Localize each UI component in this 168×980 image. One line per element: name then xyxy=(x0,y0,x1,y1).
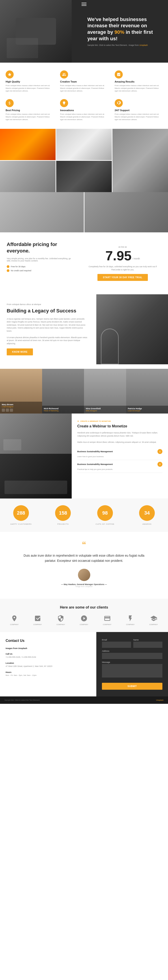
arch-decoration xyxy=(101,329,119,364)
stat-number-3: 98 xyxy=(102,510,108,516)
price-period: / month xyxy=(133,258,140,262)
pricing-left: Affordable pricing for everyone. Very si… xyxy=(7,241,75,273)
team-role-4: Lead Developer xyxy=(128,410,166,412)
feature-desc-3: Proin volutpat tellus massa a diam inter… xyxy=(115,84,162,92)
check-dot-1 xyxy=(7,265,10,268)
contact-title: Contact Us xyxy=(6,639,91,643)
testimonial-avatar xyxy=(78,569,90,581)
hero-caption-link[interactable]: Unsplash xyxy=(139,44,148,46)
accordion-body-1: Learn how to grow your business. xyxy=(77,455,162,458)
team-card-4: Patricia Hodge Lead Developer xyxy=(126,369,168,414)
stat-circle-1: 288 xyxy=(13,505,29,521)
name-label: Name xyxy=(133,639,162,641)
webinar-images xyxy=(0,414,72,498)
team-section: Mary Brown Lead Designer Nick Richmond H… xyxy=(0,369,168,414)
mosaic-office xyxy=(56,129,112,160)
contact-images-note: Images from Unsplash xyxy=(6,647,91,649)
form-field-address: Address xyxy=(102,650,162,659)
image-mosaic xyxy=(0,129,168,192)
client-icon-6 xyxy=(126,614,135,623)
contact-call: Call Us +1-206-555-0100, +1-206-555-0134 xyxy=(6,653,91,659)
price-desc: Completely free for 30 days, unlimited e… xyxy=(88,265,157,271)
feature-title-4: Best Pricing xyxy=(6,109,53,111)
feature-247-support: 24/7 Support Proin volutpat tellus massa… xyxy=(114,98,163,122)
pricing-check-1: Free for 30 days xyxy=(7,265,75,268)
feature-amazing-results: Amazing Results Proin volutpat tellus ma… xyxy=(114,69,163,94)
hero-section: We've helped businesses increase their r… xyxy=(0,0,168,63)
client-icon-1 xyxy=(10,614,19,623)
team-name-1: Mary Brown xyxy=(2,403,40,406)
webinar-desc: Hendrerit ante scelerisque in pellentesq… xyxy=(77,431,162,438)
form-row-email-name: Email Name xyxy=(102,639,162,650)
feature-title-2: Creative Team xyxy=(60,80,108,83)
client-logo-6: Company xyxy=(126,614,135,625)
linkedin-icon[interactable] xyxy=(10,409,13,412)
feature-high-quality: High Quality Proin volutpat tellus massa… xyxy=(5,69,54,94)
contact-location: Location 47 West 10th Street, Apartment … xyxy=(6,662,91,668)
footer-link[interactable]: Unsplash xyxy=(156,699,163,701)
webinar-img-bottom xyxy=(0,454,72,498)
email-input[interactable] xyxy=(102,642,131,648)
price-label: as low as xyxy=(88,246,157,248)
feature-desc-1: Proin volutpat tellus massa a diam inter… xyxy=(6,84,53,92)
client-icon-3 xyxy=(56,614,65,623)
client-name-1: Company xyxy=(10,624,19,625)
client-logo-7: Company xyxy=(149,614,158,625)
feature-desc-2: Proin volutpat tellus massa a diam inter… xyxy=(60,84,108,92)
pricing-cta-button[interactable]: Start your 30 day free trial xyxy=(98,274,147,281)
stat-circle-4: 34 xyxy=(139,505,155,521)
submit-button[interactable]: Submit xyxy=(102,683,162,690)
team-role-1: Lead Designer xyxy=(2,406,40,408)
message-textarea[interactable] xyxy=(102,664,162,678)
stat-number-1: 288 xyxy=(17,510,25,516)
hero-image xyxy=(0,0,72,63)
feature-title-5: Innovations xyxy=(60,109,108,111)
mosaic-hijab xyxy=(0,192,84,232)
stat-number-4: 34 xyxy=(144,510,150,516)
innovations-icon xyxy=(60,99,68,107)
address-label: Address xyxy=(102,650,162,652)
facebook-icon[interactable] xyxy=(2,409,5,412)
legacy-know-more-button[interactable]: Know More xyxy=(7,348,33,355)
feature-title-6: 24/7 Support xyxy=(115,109,162,111)
address-input[interactable] xyxy=(102,653,162,659)
client-logo-3: Company xyxy=(56,614,65,625)
tag-icon: ★ xyxy=(77,420,79,422)
webinar-tag: ★ Create a Webinar to Monetize xyxy=(77,420,162,422)
hero-caption: Sample link. Click to select the Text El… xyxy=(87,44,159,46)
social-icons-1 xyxy=(2,409,40,412)
contact-location-label: Location xyxy=(6,662,91,664)
accordion-title-2: Business Sustainability Management xyxy=(77,463,113,465)
hamburger-menu[interactable] xyxy=(82,3,86,6)
pricing-right: as low as 7.95 / month Completely free f… xyxy=(84,241,161,285)
feature-desc-6: Proin volutpat tellus massa a diam inter… xyxy=(115,113,162,121)
feature-best-pricing: Best Pricing Proin volutpat tellus massa… xyxy=(5,98,54,122)
accordion-header-1[interactable]: Business Sustainability Management 1 xyxy=(77,449,162,454)
name-input[interactable] xyxy=(133,642,162,648)
contact-images-label: Images from Unsplash xyxy=(6,647,91,649)
client-icon-4 xyxy=(80,614,88,623)
hero-headline: We've helped businesses increase their r… xyxy=(87,16,159,42)
feature-innovations: Innovations Proin volutpat tellus massa … xyxy=(59,98,109,122)
accordion-item-1: Business Sustainability Management 1 Lea… xyxy=(77,447,162,460)
stat-label-3: Cups of Coffee xyxy=(88,523,122,525)
team-card-3: Nina Greenfield Web Designer xyxy=(84,369,126,414)
contact-hours-label: Hours xyxy=(6,671,91,673)
webinar-content: ★ Create a Webinar to Monetize Create a … xyxy=(72,414,168,498)
accordion-title-1: Business Sustainability Management xyxy=(77,450,113,453)
feature-desc-4: Proin volutpat tellus massa a diam inter… xyxy=(6,113,53,121)
accordion-header-2[interactable]: Business Sustainability Management 2 xyxy=(77,462,162,467)
image-mosaic-row2 xyxy=(0,192,168,232)
team-name-4: Patricia Hodge xyxy=(128,407,166,410)
feature-title-1: High Quality xyxy=(6,80,53,83)
quote-mark: “ xyxy=(18,543,150,549)
stat-projects: 158 Projects xyxy=(42,498,84,532)
footer: Sample link. Click to select the Text El… xyxy=(0,697,168,704)
webinar-img-top xyxy=(0,414,72,454)
feature-title-3: Amazing Results xyxy=(115,80,162,83)
twitter-icon[interactable] xyxy=(6,409,9,412)
legacy-eyebrow: Proin volutpat damus ultruc at elerique xyxy=(7,303,87,305)
mosaic-music xyxy=(56,161,112,192)
team-overlay-3: Nina Greenfield Web Designer xyxy=(84,406,126,414)
clients-grid: Company Company Company Company Company xyxy=(5,614,163,625)
